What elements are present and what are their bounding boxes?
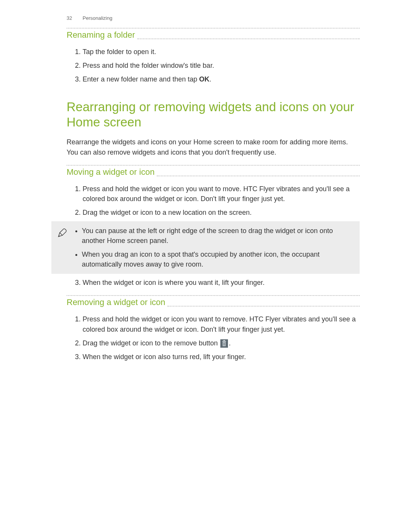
step-text: Enter a new folder name and then tap (83, 75, 199, 83)
note-item: When you drag an icon to a spot that's o… (82, 249, 353, 269)
removing-steps: Press and hold the widget or icon you wa… (67, 314, 360, 361)
subheading-text: Removing a widget or icon (67, 297, 165, 308)
document-page: 32 Personalizing Renaming a folder Tap t… (0, 0, 411, 385)
svg-rect-2 (223, 340, 225, 341)
page-header: 32 Personalizing (67, 15, 360, 21)
svg-rect-5 (224, 342, 225, 345)
list-item: Enter a new folder name and then tap OK. (83, 74, 360, 84)
list-item: Press and hold the widget or icon you wa… (83, 314, 360, 334)
step-text: Drag the widget or icon to the remove bu… (83, 339, 220, 347)
page-number: 32 (67, 15, 72, 21)
svg-rect-6 (225, 342, 225, 345)
subheading-text: Renaming a folder (67, 29, 135, 41)
list-item: Tap the folder to open it. (83, 47, 360, 57)
note-item: You can pause at the left or right edge … (82, 226, 353, 246)
subheading-text: Moving a widget or icon (67, 166, 155, 178)
svg-rect-4 (223, 342, 224, 345)
note-list: You can pause at the left or right edge … (73, 226, 353, 269)
section-intro: Rearrange the widgets and icons on your … (67, 137, 360, 157)
moving-steps: Press and hold the widget or icon you wa… (67, 184, 360, 217)
list-item: Drag the widget or icon to the remove bu… (83, 338, 360, 348)
list-item: Press and hold the widget or icon you wa… (83, 184, 360, 204)
svg-rect-1 (222, 341, 226, 342)
trash-icon (220, 339, 228, 348)
subheading-moving: Moving a widget or icon (67, 165, 360, 178)
subheading-renaming: Renaming a folder (67, 28, 360, 41)
list-item: When the widget or icon is where you wan… (83, 278, 360, 288)
pen-icon (51, 226, 73, 269)
section-heading: Rearranging or removing widgets and icon… (67, 99, 360, 129)
subheading-removing: Removing a widget or icon (67, 295, 360, 308)
section-name: Personalizing (83, 15, 112, 21)
note-box: You can pause at the left or right edge … (51, 221, 360, 274)
step-suffix: . (229, 339, 231, 347)
list-item: Press and hold the folder window's title… (83, 61, 360, 70)
ok-label: OK (199, 75, 209, 83)
step-suffix: . (209, 75, 211, 83)
moving-steps-cont: When the widget or icon is where you wan… (67, 278, 360, 288)
renaming-steps: Tap the folder to open it. Press and hol… (67, 47, 360, 84)
list-item: When the widget or icon also turns red, … (83, 352, 360, 362)
list-item: Drag the widget or icon to a new locatio… (83, 208, 360, 217)
